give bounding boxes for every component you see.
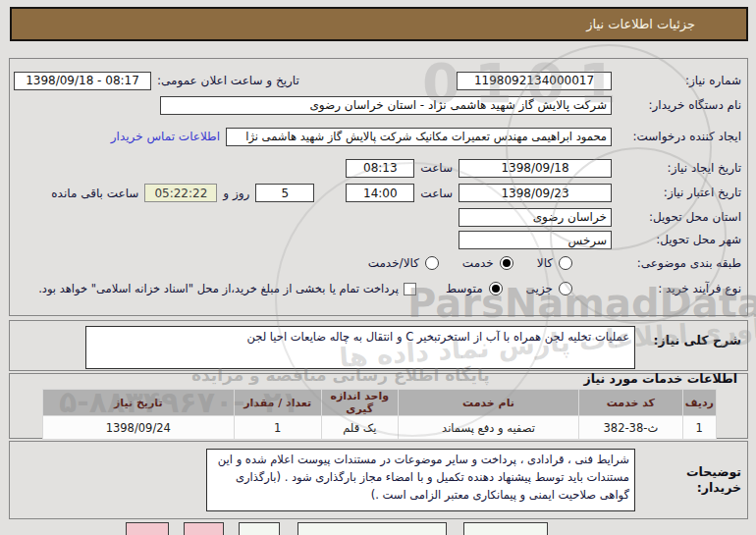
radio-service-icon[interactable] bbox=[500, 256, 513, 270]
classification-option-goods-service[interactable]: کالا/خدمت bbox=[368, 256, 439, 270]
need-info-form: شماره نیاز: 1198092134000017 تاریخ و ساع… bbox=[9, 58, 748, 316]
validity-hour-label: ساعت bbox=[420, 187, 453, 200]
need-details-page: { "title_bar": { "title": "جزئیات اطلاعا… bbox=[0, 0, 756, 535]
creator-field[interactable]: محمود ابراهیمی مهندس تعمیرات مکانیک شرکت… bbox=[226, 128, 612, 146]
validity-time-field[interactable]: 14:00 bbox=[346, 184, 414, 202]
page-title: جزئیات اطلاعات نیاز bbox=[586, 17, 695, 31]
col-need-date: تاریخ نیاز bbox=[43, 390, 235, 416]
row-need-number: شماره نیاز: 1198092134000017 تاریخ و ساع… bbox=[10, 69, 747, 92]
need-number-field[interactable]: 1198092134000017 bbox=[457, 72, 612, 90]
days-and-label: روز و bbox=[223, 187, 249, 200]
province-field[interactable]: خراسان رضوی bbox=[459, 208, 612, 227]
row-process-type: نوع فرآیند خرید : جزیی متوسط پرداخت تمام… bbox=[10, 275, 747, 302]
need-number-label: شماره نیاز: bbox=[612, 74, 741, 88]
countdown-timer: 05:22:22 bbox=[144, 184, 217, 202]
cell-quantity: 1 bbox=[234, 416, 321, 440]
validity-date-field[interactable]: 1398/09/23 bbox=[459, 184, 612, 202]
created-hour-label: ساعت bbox=[420, 161, 453, 175]
announce-datetime-label: تاریخ و ساعت اعلان عمومی: bbox=[157, 74, 299, 87]
hours-remaining-label: ساعت باقی مانده bbox=[51, 187, 138, 200]
row-validity-date: تاریخ اعتبار نیاز: 1398/09/23 ساعت 14:00… bbox=[10, 181, 747, 205]
created-date-label: تاریخ ایجاد نیاز: bbox=[612, 161, 741, 176]
radio-minor-icon[interactable] bbox=[559, 282, 572, 295]
page-title-bar: جزئیات اطلاعات نیاز bbox=[10, 7, 748, 41]
radio-goods-icon[interactable] bbox=[559, 256, 572, 270]
process-option-minor[interactable]: جزیی bbox=[526, 282, 572, 295]
city-label: شهر محل تحویل: bbox=[612, 233, 741, 247]
treasury-note: پرداخت تمام یا بخشی از مبلغ خرید،از محل … bbox=[38, 282, 399, 295]
need-description-label: شرح کلی نیاز: bbox=[635, 323, 741, 348]
services-table-header-row: ردیف کد خدمت نام خدمت واحد اندازه گیری ت… bbox=[43, 390, 717, 416]
row-city: شهر محل تحویل: سرخس bbox=[10, 229, 747, 251]
province-label: استان محل تحویل: bbox=[612, 210, 741, 225]
col-service-code: کد خدمت bbox=[579, 390, 682, 416]
col-unit: واحد اندازه گیری bbox=[321, 390, 398, 416]
radio-service-label: خدمت bbox=[462, 256, 494, 270]
action-button-5[interactable] bbox=[463, 522, 548, 535]
radio-goods-label: کالا bbox=[537, 256, 553, 270]
created-time-field[interactable]: 08:13 bbox=[346, 159, 414, 178]
days-remaining-field: 5 bbox=[255, 184, 314, 202]
buyer-org-label: نام دستگاه خریدار: bbox=[612, 98, 741, 113]
process-option-medium[interactable]: متوسط bbox=[446, 282, 503, 295]
created-date-field[interactable]: 1398/09/18 bbox=[459, 159, 612, 178]
action-button-2[interactable] bbox=[184, 522, 224, 535]
services-table-row: 1 ث-38-382 تصفیه و دفع پسماند یک قلم 1 1… bbox=[43, 416, 717, 440]
col-service-name: نام خدمت bbox=[398, 390, 578, 416]
cell-need-date: 1398/09/24 bbox=[43, 416, 235, 440]
action-button-1[interactable] bbox=[126, 522, 169, 535]
row-buyer-org: نام دستگاه خریدار: شرکت پالایش گاز شهید … bbox=[10, 92, 747, 118]
need-description-text[interactable]: عملیات تخلیه لجن همراه با آب از استخرتبخ… bbox=[85, 326, 635, 369]
classification-label: طبقه بندی موضوعی: bbox=[612, 256, 741, 271]
row-province: استان محل تحویل: خراسان رضوی bbox=[10, 205, 747, 229]
col-quantity: تعداد / مقدار bbox=[234, 390, 321, 416]
city-field[interactable]: سرخس bbox=[459, 231, 612, 249]
treasury-checkbox-icon[interactable] bbox=[404, 283, 416, 295]
validity-date-label: تاریخ اعتبار نیاز: bbox=[612, 186, 741, 200]
creator-label: ایجاد کننده درخواست: bbox=[612, 130, 741, 144]
required-services-header: اطلاعات خدمات مورد نیاز bbox=[584, 371, 738, 386]
cell-service-code: ث-38-382 bbox=[579, 416, 682, 440]
need-description-section: شرح کلی نیاز: عملیات تخلیه لجن همراه با … bbox=[9, 320, 748, 371]
radio-minor-label: جزیی bbox=[526, 282, 553, 295]
radio-medium-label: متوسط bbox=[446, 282, 483, 295]
services-table: ردیف کد خدمت نام خدمت واحد اندازه گیری ت… bbox=[42, 389, 717, 440]
buyer-notes-section: توضیحات خریدار: شرایط فنی ، قرادادی ، پر… bbox=[9, 441, 748, 519]
treasury-payment-option[interactable]: پرداخت تمام یا بخشی از مبلغ خرید،از محل … bbox=[38, 282, 416, 295]
radio-goods-service-label: کالا/خدمت bbox=[368, 256, 419, 270]
action-button-4[interactable] bbox=[297, 522, 447, 535]
required-services-section: اطلاعات خدمات مورد نیاز ردیف کد خدمت نام… bbox=[9, 373, 748, 439]
row-created-date: تاریخ ایجاد نیاز: 1398/09/18 ساعت 08:13 bbox=[10, 155, 747, 181]
row-classification: طبقه بندی موضوعی: کالا خدمت کالا/خدمت bbox=[10, 251, 747, 275]
buyer-notes-label: توضیحات خریدار: bbox=[635, 464, 741, 495]
cell-row-index: 1 bbox=[682, 416, 716, 440]
radio-goods-service-icon[interactable] bbox=[425, 256, 439, 270]
buyer-org-field[interactable]: شرکت پالایش گاز شهید هاشمی نژاد - استان … bbox=[160, 96, 612, 115]
buyer-contact-link[interactable]: اطلاعات تماس خریدار bbox=[111, 130, 220, 143]
classification-option-service[interactable]: خدمت bbox=[462, 256, 513, 270]
process-type-label: نوع فرآیند خرید : bbox=[612, 282, 741, 296]
col-row-index: ردیف bbox=[682, 390, 716, 416]
cell-service-name: تصفیه و دفع پسماند bbox=[398, 416, 578, 440]
classification-option-goods[interactable]: کالا bbox=[537, 256, 572, 270]
radio-medium-icon[interactable] bbox=[489, 282, 503, 295]
row-creator: ایجاد کننده درخواست: محمود ابراهیمی مهند… bbox=[10, 118, 747, 155]
announce-datetime-field[interactable]: 1398/09/18 - 08:17 bbox=[14, 72, 151, 90]
buyer-notes-text[interactable]: شرایط فنی ، قرادادی ، پرداخت و سایر موضو… bbox=[206, 449, 635, 511]
action-button-3[interactable] bbox=[239, 522, 280, 535]
cell-unit: یک قلم bbox=[321, 416, 398, 440]
